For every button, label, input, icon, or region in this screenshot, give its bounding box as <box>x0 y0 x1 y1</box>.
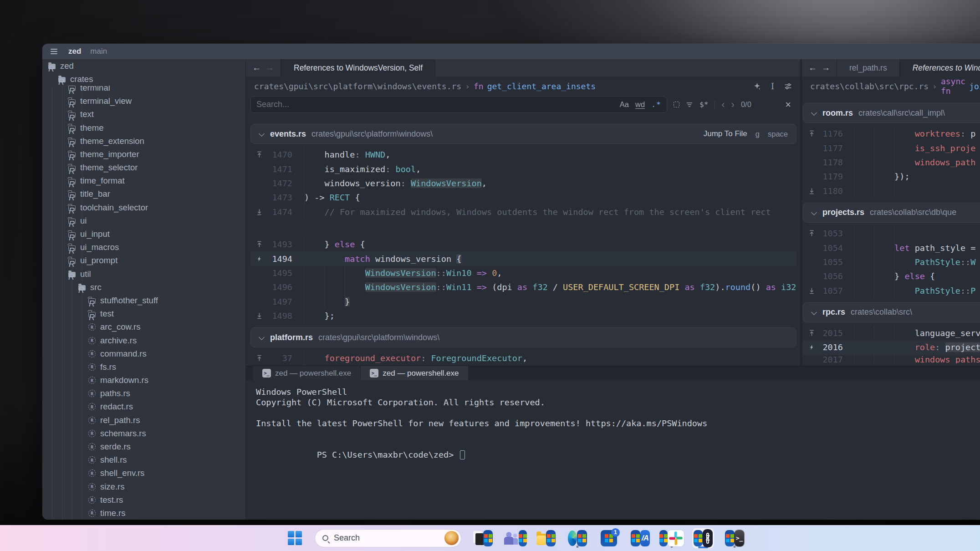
project-tree-item[interactable]: R test.rs <box>42 493 245 506</box>
chevron-down-icon[interactable] <box>812 110 817 116</box>
breadcrumb-symbol[interactable]: get_client_area_insets <box>487 82 596 91</box>
project-tree-item[interactable]: R util <box>42 267 245 281</box>
taskbar-app-icon[interactable] <box>536 528 556 549</box>
project-tree-item[interactable]: R schemars.rs <box>42 427 245 440</box>
excerpt-expand-icon[interactable] <box>253 256 265 262</box>
nav-forward-icon[interactable]: → <box>265 63 274 73</box>
taskbar-search[interactable]: Search <box>315 529 461 547</box>
project-tree-item[interactable]: R toolchain_selector <box>42 201 245 214</box>
code-line[interactable]: 1471 is_maximized: bool, <box>250 162 796 176</box>
code-line[interactable]: 1496 WindowsVersion::Win11 => (dpi as f3… <box>250 280 796 294</box>
taskbar-app-icon[interactable]: 1 <box>599 528 618 549</box>
project-tree-item[interactable]: R ui_macros <box>42 241 245 254</box>
code-line[interactable]: 2017 windows_paths: p <box>803 355 980 363</box>
case-sensitive-icon[interactable]: Aa <box>620 100 629 109</box>
prev-match-icon[interactable]: ‹ <box>721 100 725 110</box>
excerpt-expand-icon[interactable] <box>253 241 265 248</box>
code-line[interactable] <box>250 219 796 237</box>
code-line[interactable]: 1176 worktrees: p <box>803 127 980 141</box>
project-tree-item[interactable]: R crates <box>42 72 245 86</box>
excerpt-header[interactable]: room.rs crates\call\src\call_impl\ <box>803 103 980 123</box>
code-line[interactable]: 2016 role: project.ro <box>803 340 980 354</box>
project-tree-item[interactable]: R shell.rs <box>42 454 245 467</box>
chevron-down-icon[interactable] <box>259 131 265 137</box>
excerpt-expand-icon[interactable] <box>253 312 265 319</box>
chevron-down-icon[interactable] <box>812 210 817 215</box>
project-tree-item[interactable]: R text <box>42 108 245 121</box>
project-tree-item[interactable]: R theme_selector <box>42 161 245 174</box>
nav-back-icon[interactable]: ← <box>808 63 817 73</box>
excerpt-expand-icon[interactable] <box>806 287 817 294</box>
code-line[interactable]: 1055 PathStyle::W <box>803 255 980 269</box>
code-line[interactable]: 1470 handle: HWND, <box>250 148 796 162</box>
taskbar-app-icon[interactable]: /A /A /A <box>631 528 650 549</box>
code-line[interactable]: 1179 }); <box>803 169 980 184</box>
project-tree-item[interactable]: R ui <box>42 214 245 227</box>
code-line[interactable]: 1178 windows_path <box>803 155 980 169</box>
project-tree-item[interactable]: R ui_input <box>42 227 245 240</box>
code-line[interactable]: 1493 } else { <box>250 237 796 251</box>
code-line[interactable]: 1494 match windows_version { <box>250 251 796 265</box>
terminal-tab[interactable]: >_ zed — powershell.exe <box>361 366 468 380</box>
excerpt-expand-icon[interactable] <box>253 209 265 215</box>
breadcrumb-path[interactable]: crates\collab\src\rpc.rs <box>810 82 929 91</box>
project-tree-item[interactable]: R zed <box>42 59 245 72</box>
project-tree-item[interactable]: R terminal <box>42 86 245 94</box>
project-tree-item[interactable]: R markdown.rs <box>42 374 245 387</box>
project-tree-item[interactable]: R title_bar <box>42 188 245 201</box>
project-tree-item[interactable]: R paths.rs <box>42 387 245 400</box>
nav-forward-icon[interactable]: → <box>822 63 830 73</box>
project-tree-item[interactable]: R archive.rs <box>42 334 245 347</box>
code-line[interactable]: 1472 windows_version: WindowsVersion, <box>250 176 796 190</box>
project-tree-item[interactable]: R ui_prompt <box>42 254 245 267</box>
code-line[interactable]: 1177 is_ssh_proje <box>803 141 980 155</box>
project-tree-item[interactable]: R test <box>42 307 245 321</box>
editor-controls-icon[interactable] <box>784 82 792 90</box>
chevron-down-icon[interactable] <box>812 310 817 315</box>
project-tree-item[interactable]: R theme <box>42 121 245 134</box>
terminal-tab[interactable]: >_ zed — powershell.exe <box>253 366 361 380</box>
next-match-icon[interactable]: › <box>731 100 735 110</box>
excerpt-header[interactable]: events.rs crates\gpui\src\platform\windo… <box>250 124 796 144</box>
excerpt-expand-icon[interactable] <box>806 330 817 337</box>
excerpt-expand-icon[interactable] <box>806 344 817 350</box>
start-button[interactable] <box>288 531 302 546</box>
project-tree-item[interactable]: R stuff\other_stuff <box>42 294 245 307</box>
code-line[interactable]: 1057 PathStyle::P <box>803 284 980 298</box>
code-line[interactable]: 1497 } <box>250 295 796 309</box>
project-name[interactable]: zed <box>68 47 81 56</box>
code-line[interactable]: 1056 } else { <box>803 269 980 283</box>
excerpt-header[interactable]: platform.rs crates\gpui\src\platform\win… <box>250 327 796 347</box>
project-tree-item[interactable]: R src <box>42 281 245 294</box>
git-branch[interactable]: main <box>90 47 107 56</box>
project-tree-item[interactable]: R fs.rs <box>42 360 245 373</box>
breadcrumb-symbol[interactable]: join_p <box>969 82 980 91</box>
replace-icon[interactable]: $* <box>699 100 708 109</box>
taskbar-app-icon[interactable] <box>505 528 524 549</box>
terminal-output[interactable]: Windows PowerShellCopyright (C) Microsof… <box>246 380 980 520</box>
tab-references[interactable]: References to WindowsVersion, Self <box>281 59 435 77</box>
code-line[interactable]: 37 foreground_executor: ForegroundExecut… <box>250 351 796 365</box>
inline-assist-icon[interactable] <box>753 82 761 90</box>
code-line[interactable]: 1473 ) -> RECT { <box>250 190 796 204</box>
code-line[interactable]: 1474 // For maximized windows, Windows o… <box>250 205 796 219</box>
project-tree-item[interactable]: R serde.rs <box>42 440 245 453</box>
excerpt-expand-icon[interactable] <box>253 151 265 158</box>
filter-icon[interactable] <box>686 101 693 108</box>
taskbar-app-icon[interactable]: >_ >_ >_ <box>725 528 744 549</box>
excerpt-header[interactable]: projects.rs crates\collab\src\db\que <box>803 203 980 223</box>
close-search-icon[interactable]: × <box>785 100 791 110</box>
project-tree-item[interactable]: R arc_cow.rs <box>42 321 245 334</box>
taskbar-app-icon[interactable] <box>662 528 681 549</box>
taskbar-app-icon[interactable] <box>474 528 493 549</box>
project-tree-item[interactable]: R time.rs <box>42 506 245 520</box>
nav-back-icon[interactable]: ← <box>252 63 261 73</box>
selection-search-icon[interactable] <box>674 102 679 107</box>
menu-icon[interactable] <box>51 49 57 54</box>
taskbar-app-icon[interactable] <box>568 528 587 549</box>
excerpt-expand-icon[interactable] <box>806 230 817 237</box>
daily-image-thumbnail[interactable] <box>444 531 459 545</box>
excerpt-expand-icon[interactable] <box>806 130 817 137</box>
taskbar-app-icon[interactable]: Z Z Z <box>694 528 713 549</box>
regex-icon[interactable]: .* <box>651 100 661 109</box>
